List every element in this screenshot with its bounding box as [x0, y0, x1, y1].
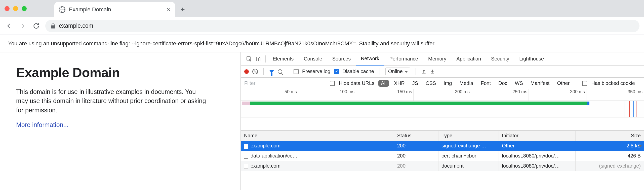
devtools-tab-elements[interactable]: Elements [268, 52, 299, 66]
devtools-tab-lighthouse[interactable]: Lighthouse [514, 52, 549, 66]
column-header-type[interactable]: Type [438, 131, 499, 141]
hide-data-urls-label: Hide data URLs [339, 80, 374, 86]
search-icon[interactable] [278, 69, 282, 74]
devtools-tab-sources[interactable]: Sources [327, 52, 356, 66]
back-button[interactable] [5, 21, 14, 30]
devtools-tab-application[interactable]: Application [451, 52, 486, 66]
timeline-overview[interactable] [241, 101, 644, 117]
address-bar: example.com [0, 17, 644, 35]
filter-type-all[interactable]: All [378, 80, 389, 87]
network-row[interactable]: example.com200documentlocalhost:8080/pri… [241, 161, 644, 171]
tab-title: Example Domain [69, 6, 163, 13]
devtools-tab-security[interactable]: Security [486, 52, 514, 66]
network-filter-bar: Filter Hide data URLs AllXHRJSCSSImgMedi… [241, 78, 644, 89]
devtools-tab-bar: ElementsConsoleSourcesNetworkPerformance… [241, 52, 644, 66]
device-mode-icon[interactable] [254, 56, 263, 62]
close-window-button[interactable] [5, 6, 10, 11]
network-row[interactable]: data:application/ce…200cert-chain+cborlo… [241, 151, 644, 161]
network-row[interactable]: example.com200signed-exchange …Other2.8 … [241, 141, 644, 151]
new-tab-button[interactable]: + [175, 2, 190, 17]
devtools-tab-network[interactable]: Network [356, 52, 384, 66]
devtools-tab-performance[interactable]: Performance [384, 52, 423, 66]
inspect-element-icon[interactable] [244, 56, 254, 62]
filter-type-doc[interactable]: Doc [496, 80, 510, 87]
globe-icon [59, 6, 65, 13]
timeline-tick: 50 ms [241, 89, 298, 101]
lock-icon [51, 23, 55, 28]
network-toolbar: Preserve log ✓ Disable cache Online [241, 66, 644, 78]
disable-cache-label: Disable cache [342, 69, 374, 74]
filter-type-other[interactable]: Other [554, 80, 572, 87]
clear-button[interactable] [252, 69, 258, 74]
disable-cache-checkbox[interactable]: ✓ [334, 69, 339, 74]
download-har-icon[interactable] [430, 69, 435, 74]
file-icon [244, 164, 248, 169]
filter-icon[interactable] [269, 70, 274, 73]
filter-type-xhr[interactable]: XHR [391, 80, 407, 87]
timeline-tick: 350 ms [586, 89, 644, 101]
column-header-size[interactable]: Size [575, 131, 644, 141]
filter-input[interactable]: Filter [241, 78, 326, 89]
devtools-tab-memory[interactable]: Memory [423, 52, 451, 66]
preserve-log-label: Preserve log [302, 69, 330, 74]
more-info-link[interactable]: More information... [16, 121, 68, 128]
column-header-status[interactable]: Status [394, 131, 438, 141]
filter-type-js[interactable]: JS [410, 80, 421, 87]
throttling-select[interactable]: Online [385, 68, 410, 75]
reload-button[interactable] [32, 21, 41, 30]
page-paragraph: This domain is for use in illustrative e… [16, 87, 207, 115]
devtools-tab-console[interactable]: Console [299, 52, 327, 66]
browser-tab[interactable]: Example Domain × [54, 2, 175, 17]
timeline-tick: 250 ms [471, 89, 529, 101]
timeline-detail [241, 117, 644, 131]
filter-type-font[interactable]: Font [478, 80, 493, 87]
record-button[interactable] [244, 69, 249, 74]
filter-type-ws[interactable]: WS [512, 80, 526, 87]
minimize-window-button[interactable] [13, 6, 18, 11]
filter-type-css[interactable]: CSS [423, 80, 438, 87]
zoom-window-button[interactable] [22, 6, 27, 11]
has-blocked-cookies-checkbox[interactable] [582, 81, 587, 86]
devtools-panel: ElementsConsoleSourcesNetworkPerformance… [240, 52, 644, 190]
column-header-name[interactable]: Name [241, 131, 394, 141]
omnibox[interactable]: example.com [45, 20, 639, 32]
filter-type-img[interactable]: Img [441, 80, 454, 87]
svg-rect-4 [431, 73, 434, 73]
timeline-tick: 200 ms [414, 89, 471, 101]
filter-type-media[interactable]: Media [457, 80, 475, 87]
tab-strip: Example Domain × + [0, 0, 644, 17]
svg-rect-3 [422, 73, 425, 73]
timeline-tick: 300 ms [529, 89, 586, 101]
file-icon [244, 154, 248, 159]
page-heading: Example Domain [16, 65, 224, 80]
svg-rect-2 [259, 58, 261, 61]
upload-har-icon[interactable] [421, 69, 426, 74]
column-header-initiator[interactable]: Initiator [499, 131, 575, 141]
file-icon [244, 144, 248, 149]
forward-button[interactable] [18, 21, 27, 30]
timeline-tick: 150 ms [356, 89, 414, 101]
warning-text: You are using an unsupported command-lin… [8, 40, 436, 47]
network-table: NameStatusTypeInitiatorSize example.com2… [241, 131, 644, 171]
window-controls [5, 6, 27, 11]
url-text: example.com [59, 22, 93, 29]
timeline-tick: 100 ms [298, 89, 356, 101]
preserve-log-checkbox[interactable] [294, 69, 299, 74]
timeline-ruler[interactable]: 50 ms100 ms150 ms200 ms250 ms300 ms350 m… [241, 89, 644, 101]
warning-banner: You are using an unsupported command-lin… [0, 35, 644, 52]
hide-data-urls-checkbox[interactable] [330, 81, 335, 86]
filter-type-manifest[interactable]: Manifest [528, 80, 552, 87]
page-content: Example Domain This domain is for use in… [0, 52, 240, 190]
has-blocked-cookies-label: Has blocked cookie [591, 80, 635, 86]
tab-close-icon[interactable]: × [167, 6, 171, 14]
